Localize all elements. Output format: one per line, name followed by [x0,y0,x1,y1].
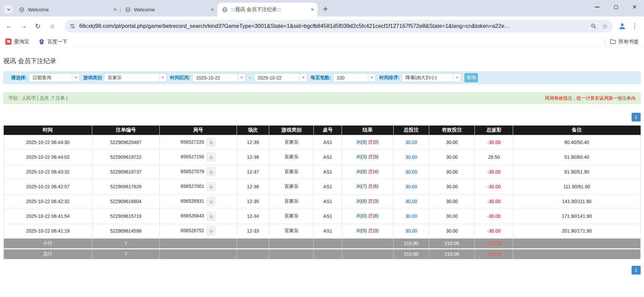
film-icon [209,214,214,219]
address-bar[interactable]: 66cxkj98.com/ipl/portal.php/game/betreco… [65,20,613,33]
chevron-down-icon [159,73,166,82]
cell-result: 闲(8) 庄(4) [342,164,393,179]
player-result: 闲 [356,198,361,204]
folder-icon [610,39,616,44]
sort-select[interactable]: 降幂(由大到小) [402,73,461,82]
bookmark-label: 百度一下 [47,39,67,45]
banker-points: (4) [373,169,379,174]
video-replay-button[interactable] [207,212,215,220]
forward-icon[interactable]: → [19,22,28,30]
filter-bar: 请选择: 日期查询 游戏类别 百家乐 时间区间: 2025-10-22 ~ 20… [3,71,641,84]
date-to-picker[interactable]: 2025-10-22 [254,73,307,82]
new-tab-button[interactable]: + [323,4,328,13]
cell-empty [513,249,641,259]
tab-search-button[interactable] [4,5,13,14]
player-points: (7) [361,184,367,189]
home-icon[interactable]: ⌂ [48,22,56,30]
reload-icon[interactable]: ↻ [34,22,42,30]
banker-points: (8) [373,213,379,218]
banker-result: 庄 [368,213,373,218]
cell-table-number: AS1 [314,209,342,224]
tab-close-icon[interactable]: × [113,7,117,12]
profile-avatar[interactable] [618,22,626,30]
cell-time: 2025-10-22 06:44:02 [4,150,92,164]
per-page-label: 每页笔数: [311,75,331,81]
cell-time: 2025-10-22 06:43:32 [4,164,92,179]
round-number: 656527079 [181,169,204,174]
query-type-select[interactable]: 日期查询 [29,73,80,82]
total-bet-link[interactable]: 30.00 [405,213,417,219]
zoom-icon[interactable] [591,23,597,29]
video-replay-button[interactable] [207,153,215,161]
cell-time: 2025-10-22 06:42:32 [4,194,92,209]
menu-dots-icon[interactable]: ⋮ [632,22,638,30]
cell-valid-bet: 30.00 [429,179,475,194]
player-result: 闲 [356,139,361,145]
page-content: 视讯 会员下注纪录 请选择: 日期查询 游戏类别 百家乐 时间区间: 2025-… [0,57,644,275]
banker-result: 庄 [368,228,373,233]
back-icon[interactable]: ← [5,22,13,30]
site-settings-icon[interactable] [69,23,76,29]
video-replay-button[interactable] [207,167,215,176]
video-replay-button[interactable] [207,182,215,191]
cell-empty [269,249,314,259]
bookmark-baidu[interactable]: du 百度一下 [39,39,67,45]
cell-time: 2025-10-22 06:44:30 [4,135,92,150]
pagination-page-button[interactable]: 1 [632,113,641,121]
cell-round-number: 656526752 [160,224,237,238]
total-bet-link[interactable]: 30.00 [405,140,417,145]
cell-session: 12-33 [237,224,269,238]
url-text[interactable]: 66cxkj98.com/ipl/portal.php/game/betreco… [79,23,587,29]
cell-payout: -30.00 [475,135,513,150]
cell-empty [513,238,641,249]
cell-note: 111.90/81.90 [513,179,641,194]
round-number: 656527220 [181,139,204,145]
cell-valid-bet: 30.00 [429,150,475,164]
browser-tab-active[interactable]: :::视讯 会员下注纪录::: × [217,3,317,16]
total-bet-link[interactable]: 30.00 [405,199,417,204]
total-bet-link[interactable]: 30.00 [405,169,417,175]
video-replay-button[interactable] [207,138,215,147]
chevron-down-icon [72,73,80,82]
cell-total-bet: 30.00 [393,164,429,179]
close-icon: × [633,3,637,11]
bookmark-star-icon[interactable]: ☆ [602,23,608,30]
total-bet-link[interactable]: 30.00 [405,228,417,234]
column-header: 桌号 [314,126,342,135]
video-replay-button[interactable] [207,197,215,206]
browser-tab-2[interactable]: Welcome × [120,3,217,16]
total-bet-link[interactable]: 30.00 [405,184,417,189]
per-page-select[interactable]: 100 [333,73,376,82]
game-type-select[interactable]: 百家乐 [104,73,167,82]
cell-payout: -30.00 [475,224,513,238]
cell-table-number: AS1 [314,150,342,164]
cell-label: 小计 [4,238,92,249]
column-header: 总派彩 [475,126,513,135]
cell-game-type: 百家乐 [269,209,314,224]
pagination-page-button[interactable]: 1 [632,266,641,275]
minimize-button[interactable] [588,0,606,14]
cell-valid-bet: 30.00 [429,194,475,209]
browser-tab-1[interactable]: Welcome × [14,3,120,16]
all-bookmarks-button[interactable]: 所有书签 [605,39,639,45]
close-button[interactable]: × [625,0,644,14]
cell-table-number: AS1 [314,224,342,238]
cell-table-number: AS1 [314,194,342,209]
bookmark-taobao[interactable]: 淘 爱淘宝 [5,39,29,45]
tab-close-icon[interactable]: × [311,7,314,12]
video-replay-button[interactable] [207,227,215,235]
cell-result: 闲(0) 庄(8) [342,209,393,224]
cell-empty [342,238,393,249]
cell-valid-bet: 30.00 [429,164,475,179]
cell-round-number: 656526931 [160,194,237,209]
total-row: 总计7210.00210.00-151.50 [4,249,641,259]
search-button[interactable]: 查询 [464,73,478,82]
date-from-picker[interactable]: 2025-10-22 [192,73,246,82]
cell-total-bet: 210.00 [393,249,429,259]
maximize-button[interactable] [606,0,625,14]
cell-round-number: 656527155 [160,150,237,164]
banker-points: (6) [373,184,379,189]
cell-time: 2025-10-22 06:41:54 [4,209,92,224]
total-bet-link[interactable]: 30.00 [405,154,417,160]
tab-close-icon[interactable]: × [211,7,214,12]
